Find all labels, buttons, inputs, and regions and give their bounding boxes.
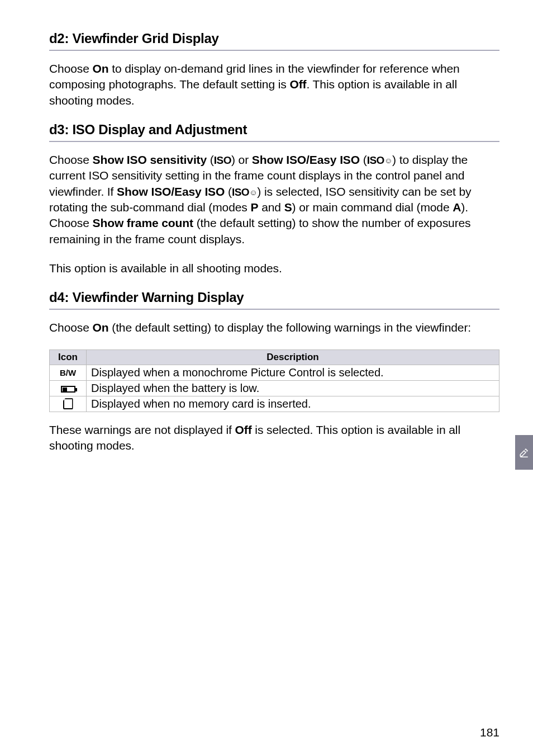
text: ) or: [231, 153, 252, 166]
mode-a: A: [453, 201, 461, 214]
text: Choose: [49, 321, 93, 334]
mode-p: P: [250, 201, 258, 214]
easy-glyph: ☺: [249, 187, 257, 198]
table-row: Displayed when no memory card is inserte…: [50, 396, 499, 412]
text-b1: Show ISO sensitivity: [93, 153, 207, 166]
text-b3: Show ISO/Easy ISO: [117, 185, 225, 198]
para-d2: Choose On to display on-demand grid line…: [49, 61, 499, 108]
table-header-row: Icon Description: [50, 349, 499, 365]
text: (: [225, 185, 232, 198]
page-number: 181: [480, 726, 499, 739]
text: Choose: [49, 62, 93, 75]
text: (: [207, 153, 214, 166]
row-desc: Displayed when the battery is low.: [87, 380, 499, 396]
text-b2: Show ISO/Easy ISO: [252, 153, 360, 166]
table-row: Displayed when the battery is low.: [50, 380, 499, 396]
rule-d4: [49, 309, 499, 310]
iso-icon: ISO: [214, 154, 231, 166]
text: and: [258, 201, 284, 214]
mode-s: S: [284, 201, 292, 214]
bw-icon: B/W: [50, 365, 87, 380]
rule-d2: [49, 50, 499, 51]
text: These warnings are not displayed if: [49, 423, 235, 436]
heading-d3: d3: ISO Display and Adjustment: [49, 122, 499, 138]
row-desc: Displayed when a monochrome Picture Cont…: [87, 365, 499, 380]
text-off: Off: [235, 423, 252, 436]
side-tab: [515, 435, 533, 470]
warning-table: Icon Description B/W Displayed when a mo…: [49, 349, 499, 412]
text: (the default setting) to display the fol…: [109, 321, 472, 334]
table-row: B/W Displayed when a monochrome Picture …: [50, 365, 499, 380]
th-icon: Icon: [50, 349, 87, 365]
text: ) or main command dial (mode: [292, 201, 453, 214]
th-desc: Description: [87, 349, 499, 365]
text-b4: Show frame count: [93, 216, 193, 229]
row-desc: Displayed when no memory card is inserte…: [87, 396, 499, 412]
heading-d2: d2: Viewfinder Grid Display: [49, 31, 499, 46]
text-on: On: [93, 62, 109, 75]
pencil-menu-icon: [519, 446, 529, 459]
text-off: Off: [289, 78, 306, 91]
para-d4-outro: These warnings are not displayed if Off …: [49, 422, 499, 454]
iso-easy-icon: ISO: [367, 154, 384, 166]
para-d4-intro: Choose On (the default setting) to displ…: [49, 320, 499, 336]
easy-glyph: ☺: [384, 155, 392, 166]
text: (: [360, 153, 367, 166]
heading-d4: d4: Viewfinder Warning Display: [49, 290, 499, 305]
battery-low-icon: [50, 380, 87, 396]
no-card-icon: [50, 396, 87, 412]
iso-easy-icon: ISO: [232, 186, 249, 198]
text-on: On: [93, 321, 109, 334]
para-d3-1: Choose Show ISO sensitivity (ISO) or Sho…: [49, 152, 499, 247]
rule-d3: [49, 141, 499, 142]
text: Choose: [49, 153, 93, 166]
para-d3-2: This option is available in all shooting…: [49, 261, 499, 276]
